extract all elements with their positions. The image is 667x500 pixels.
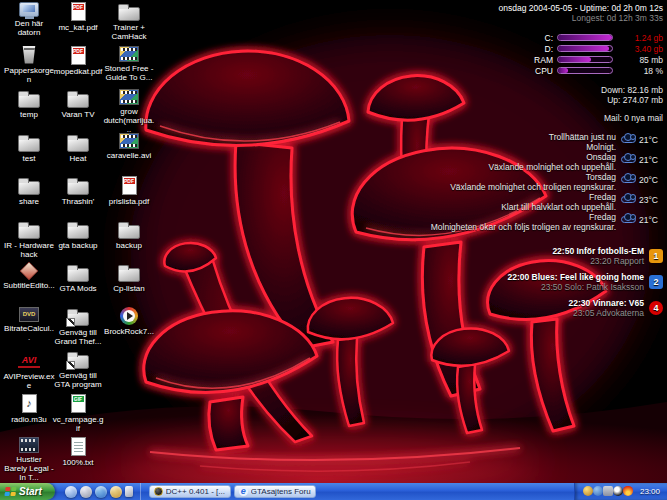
meter-value: 85 mb [619, 55, 663, 65]
desktop-icon-label: share [19, 197, 39, 206]
taskbar-clock[interactable]: 23:00 [640, 487, 660, 496]
meter-value: 1.24 gb [619, 33, 663, 43]
weather-text: FredagKlart till halvklart och uppehåll. [501, 193, 616, 212]
weather-text: OnsdagVäxlande molnighet och uppehåll. [488, 153, 616, 172]
desktop-icon[interactable]: Den här datorn [4, 2, 54, 46]
media-player-icon[interactable] [80, 486, 92, 498]
desktop-icon[interactable]: Genväg till Grand Thef... [54, 307, 102, 351]
desktop-icon[interactable]: Varan TV [54, 89, 102, 133]
desktop-icon[interactable]: PDFmopedkat.pdf [54, 46, 102, 90]
launcher-icon[interactable] [125, 486, 133, 497]
icon-glyph-text: PDF [73, 48, 84, 54]
tv-listing-row: 22:50 Inför fotbolls-EM23:20 Rapport1 [363, 246, 663, 266]
desktop-icon[interactable]: grow dutch(marijua... [102, 89, 156, 133]
pdf-icon: PDF [122, 176, 137, 195]
desktop-icon[interactable]: AVIAVIPreview.exe [4, 350, 54, 394]
meter-label: CPU [535, 66, 553, 76]
desktop-icon[interactable]: 100%.txt [54, 437, 102, 481]
icon-glyph-text: PDF [73, 4, 84, 10]
app-icon [19, 261, 38, 280]
meter-label: C: [545, 33, 554, 43]
show-desktop-icon[interactable] [65, 486, 77, 498]
tv-listing-row: 22:00 Blues: Feel like going home23:50 S… [363, 272, 663, 292]
empty-grid-cell [102, 437, 156, 481]
desktop-icon[interactable]: BrockRock7... [102, 307, 156, 351]
desktop-icon[interactable]: test [4, 133, 54, 177]
browser-icon[interactable] [110, 486, 122, 498]
clip-icon [119, 133, 139, 149]
desktop-icon-label: temp [20, 110, 38, 119]
desktop-icon[interactable]: SubtitleEdito... [4, 263, 54, 307]
dc-hub-icon[interactable] [583, 486, 593, 496]
player-icon [120, 307, 138, 325]
start-button[interactable]: Start [0, 483, 55, 500]
weather-description-text: Molnigheten ökar och följs troligen av r… [431, 223, 616, 233]
desktop-icon[interactable]: Thrashin' [54, 176, 102, 220]
task-button[interactable]: DC++ 0.401 - [... [149, 485, 231, 498]
desktop-icon-label: BitrateCalcul... [3, 324, 55, 342]
meter-row-d: D:3.40 gb [363, 43, 663, 54]
folder-icon [18, 138, 40, 152]
folder-icon [118, 268, 140, 282]
desktop-icon-grid: Den här datornPDFmc_kat.pdfTrainer + Cam… [4, 2, 156, 481]
desktop-icon[interactable]: Stoned Free - Guide To G... [102, 46, 156, 90]
download-flame-icon[interactable] [623, 486, 633, 496]
upload-total-text: Up: 274.07 mb [363, 95, 663, 105]
desktop-icon[interactable]: DVDBitrateCalcul... [4, 307, 54, 351]
desktop-icon[interactable]: PDFprislista.pdf [102, 176, 156, 220]
mail-status-text: Mail: 0 nya mail [363, 113, 663, 123]
desktop-icon-label: AVIPreview.exe [3, 372, 55, 390]
desktop-icon[interactable]: IR - Hardware hack [4, 220, 54, 264]
clip-icon [119, 46, 139, 62]
desktop-icon-label: mc_kat.pdf [58, 23, 97, 32]
desktop-icon[interactable]: share [4, 176, 54, 220]
folder-icon [67, 94, 89, 108]
start-button-label: Start [19, 486, 42, 497]
cloud-icon [621, 136, 636, 143]
desktop-icon[interactable]: GIFvc_rampage.gif [54, 394, 102, 438]
folder-shortcut-icon [67, 312, 89, 326]
weather-description-text: Klart till halvklart och uppehåll. [501, 203, 616, 213]
task-button[interactable]: eGTAsajtens Foru... [234, 485, 316, 498]
weather-row: TorsdagVäxlande molnighet och troligen r… [363, 173, 663, 192]
desktop-icon-label: test [23, 154, 36, 163]
weather-row: FredagKlart till halvklart och uppehåll.… [363, 193, 663, 212]
desktop-icon[interactable]: GTA Mods [54, 263, 102, 307]
icon-glyph-text: DVD [23, 311, 36, 317]
desktop-icon[interactable]: Genväg till GTA program [54, 350, 102, 394]
video-icon [19, 437, 39, 453]
desktop-icon[interactable]: Trainer + CamHack [102, 2, 156, 46]
desktop-icon[interactable]: Heat [54, 133, 102, 177]
desktop-icon[interactable]: temp [4, 89, 54, 133]
desktop-icon[interactable]: Papperskorgen [4, 46, 54, 90]
pdf-icon: PDF [71, 46, 86, 65]
desktop-icon-label: Varan TV [61, 110, 94, 119]
desktop-icon-label: Genväg till Grand Thef... [54, 328, 102, 346]
cloud-icon [621, 196, 636, 203]
desktop-icon-label: Trainer + CamHack [103, 23, 155, 41]
desktop-icon-label: IR - Hardware hack [4, 241, 54, 259]
tv-listing-text: 22:50 Inför fotbolls-EM23:20 Rapport [552, 246, 644, 266]
desktop-icon-label: Heat [70, 154, 87, 163]
quick-launch-bar [56, 483, 141, 500]
tv-program-next: 23:20 Rapport [552, 256, 644, 266]
desktop-icon[interactable]: Hustler Barely Legal - In T... [4, 437, 54, 481]
task-button-label: GTAsajtens Foru... [251, 487, 311, 496]
desktop-icon[interactable]: backup [102, 220, 156, 264]
desktop-icon[interactable]: PDFmc_kat.pdf [54, 2, 102, 46]
desktop-icon[interactable]: gta backup [54, 220, 102, 264]
audio-icon: ♪ [22, 394, 37, 413]
desktop-icon-label: grow dutch(marijua... [103, 107, 155, 134]
sync-arrows-icon[interactable] [613, 486, 623, 496]
desktop-icon[interactable]: caravelle.avi [102, 133, 156, 177]
tv-listing-row: 22:30 Vinnare: V6523:05 Advokaterna4 [363, 298, 663, 318]
internet-globe-icon[interactable] [95, 486, 107, 498]
desktop-icon[interactable]: Cp-listan [102, 263, 156, 307]
folder-icon [18, 225, 40, 239]
desktop-icon-label: radio.m3u [11, 415, 47, 424]
scheduler-icon[interactable] [603, 486, 613, 496]
folder-icon [67, 225, 89, 239]
network-globe-icon[interactable] [593, 486, 603, 496]
tv-program-now: 22:00 Blues: Feel like going home [507, 272, 644, 282]
desktop-icon[interactable]: ♪radio.m3u [4, 394, 54, 438]
